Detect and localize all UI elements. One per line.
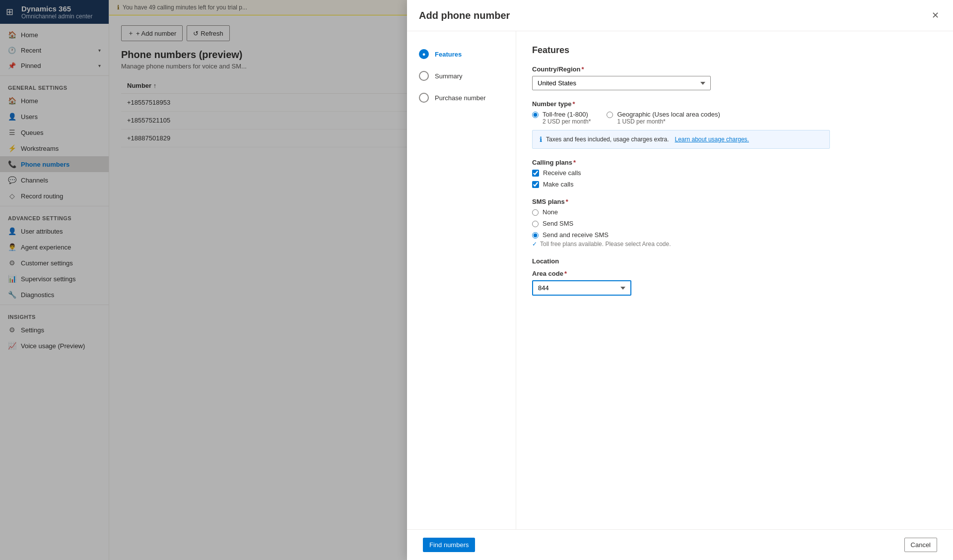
calling-plans-group: Calling plans * Receive calls Make calls <box>532 159 937 188</box>
number-type-radio-group: Toll-free (1-800) 2 USD per month* Geogr… <box>532 111 937 125</box>
country-region-label: Country/Region * <box>532 65 937 73</box>
drawer-title: Add phone number <box>419 10 510 21</box>
sms-plans-label: SMS plans * <box>532 198 937 205</box>
toll-free-radio[interactable] <box>532 112 539 118</box>
drawer-body: ● Features Summary Purchase number Featu… <box>407 31 953 529</box>
send-receive-sms-option[interactable]: Send and receive SMS <box>532 231 937 239</box>
geographic-radio[interactable] <box>607 112 613 118</box>
country-region-group: Country/Region * United States <box>532 65 937 90</box>
info-link[interactable]: Learn about usage charges. <box>675 136 749 143</box>
close-button[interactable]: ✕ <box>930 8 941 23</box>
step-circle-purchase <box>419 93 429 103</box>
geographic-label: Geographic (Uses local area codes) 1 USD… <box>617 111 720 125</box>
drawer-header: Add phone number ✕ <box>407 0 953 31</box>
calling-plans-label: Calling plans * <box>532 159 937 166</box>
geographic-option[interactable]: Geographic (Uses local area codes) 1 USD… <box>607 111 720 125</box>
sms-plans-group: SMS plans * None Send SMS <box>532 198 937 248</box>
info-text: Taxes and fees included, usage charges e… <box>546 136 669 143</box>
step-label-features: Features <box>435 51 462 58</box>
required-marker: * <box>564 270 567 277</box>
cancel-button[interactable]: Cancel <box>904 538 937 552</box>
step-label-summary: Summary <box>435 72 463 80</box>
send-sms-radio[interactable] <box>532 221 539 227</box>
number-type-label: Number type * <box>532 100 937 108</box>
add-phone-number-drawer: Add phone number ✕ ● Features Summary Pu… <box>407 0 953 560</box>
location-label: Location <box>532 257 937 265</box>
location-group: Location Area code * 844 <box>532 257 937 296</box>
sms-none-radio[interactable] <box>532 209 539 216</box>
find-numbers-button[interactable]: Find numbers <box>423 538 475 552</box>
area-code-label: Area code * <box>532 270 937 277</box>
calling-checkbox-group: Receive calls Make calls <box>532 169 937 188</box>
required-marker: * <box>572 100 575 108</box>
send-receive-sms-radio[interactable] <box>532 232 539 239</box>
step-circle-features: ● <box>419 49 429 59</box>
send-sms-option[interactable]: Send SMS <box>532 220 937 227</box>
make-calls-label: Make calls <box>543 181 573 188</box>
step-purchase[interactable]: Purchase number <box>407 87 516 109</box>
make-calls-option[interactable]: Make calls <box>532 181 937 188</box>
info-box: ℹ Taxes and fees included, usage charges… <box>532 130 830 149</box>
step-features[interactable]: ● Features <box>407 43 516 65</box>
sms-radio-group: None Send SMS Send and receive SMS <box>532 208 937 239</box>
toll-free-option[interactable]: Toll-free (1-800) 2 USD per month* <box>532 111 591 125</box>
required-marker: * <box>566 198 568 205</box>
step-circle-summary <box>419 71 429 81</box>
area-code-select[interactable]: 844 <box>532 280 631 296</box>
drawer-footer: Find numbers Cancel <box>407 529 953 560</box>
sms-none-option[interactable]: None <box>532 208 937 216</box>
number-type-group: Number type * Toll-free (1-800) 2 USD pe… <box>532 100 937 149</box>
send-receive-sms-label: Send and receive SMS <box>543 231 609 239</box>
required-marker: * <box>573 159 576 166</box>
modal-overlay: Add phone number ✕ ● Features Summary Pu… <box>0 0 953 560</box>
send-sms-label: Send SMS <box>543 220 573 227</box>
check-icon: ✓ <box>532 241 537 248</box>
form-area: Features Country/Region * United States … <box>516 31 953 529</box>
form-section-title: Features <box>532 45 937 56</box>
step-label-purchase: Purchase number <box>435 94 486 102</box>
step-summary[interactable]: Summary <box>407 65 516 87</box>
info-icon: ℹ <box>540 135 542 143</box>
sms-warning: ✓ Toll free plans available. Please sele… <box>532 241 937 248</box>
receive-calls-option[interactable]: Receive calls <box>532 169 937 177</box>
make-calls-checkbox[interactable] <box>532 181 539 188</box>
country-region-select[interactable]: United States <box>532 76 711 90</box>
toll-free-label: Toll-free (1-800) 2 USD per month* <box>543 111 591 125</box>
receive-calls-label: Receive calls <box>543 169 581 177</box>
sms-none-label: None <box>543 208 558 216</box>
receive-calls-checkbox[interactable] <box>532 170 539 177</box>
steps-sidebar: ● Features Summary Purchase number <box>407 31 516 529</box>
required-marker: * <box>582 65 584 73</box>
